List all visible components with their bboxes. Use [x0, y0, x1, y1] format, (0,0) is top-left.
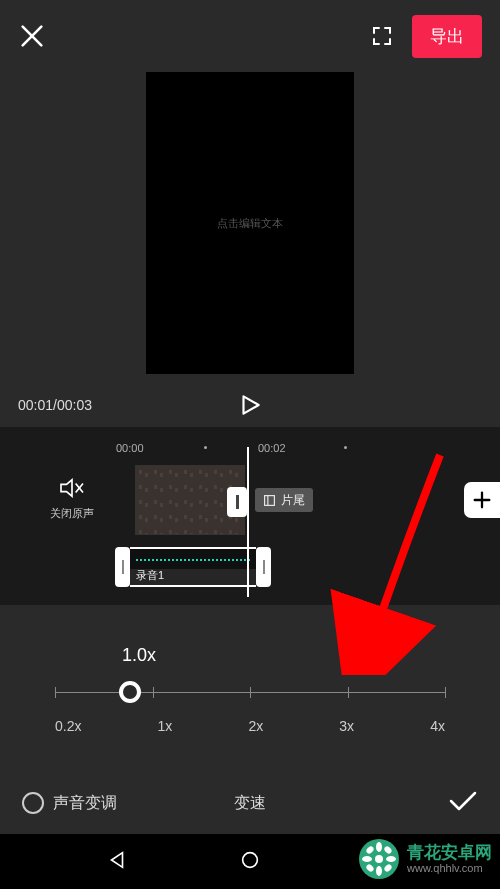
watermark-url: www.qhhlv.com [407, 862, 492, 874]
playback-controls: 00:01/00:03 [0, 382, 500, 427]
clip-right-handle[interactable] [256, 547, 271, 587]
svg-point-17 [362, 856, 372, 862]
slider-thumb[interactable] [119, 681, 141, 703]
slider-tick-labels: 0.2x 1x 2x 3x 4x [55, 718, 445, 734]
edit-text-hint: 点击编辑文本 [217, 216, 283, 231]
svg-point-11 [243, 852, 258, 867]
mute-original-audio-button[interactable]: 关闭原声 [50, 477, 94, 521]
mute-label: 关闭原声 [50, 506, 94, 521]
preview-area: 点击编辑文本 [0, 72, 500, 382]
audio-clip-label: 录音1 [136, 568, 164, 583]
watermark-logo-icon [357, 837, 401, 881]
radio-icon [22, 792, 44, 814]
svg-point-16 [376, 866, 382, 876]
bottom-action-bar: 声音变调 变速 [0, 776, 500, 834]
close-icon[interactable] [18, 22, 46, 50]
speed-slider-panel: 1.0x 0.2x 1x 2x 3x 4x [0, 605, 500, 752]
watermark-title: 青花安卓网 [407, 844, 492, 863]
svg-point-18 [386, 856, 396, 862]
svg-rect-6 [265, 495, 275, 505]
svg-marker-2 [244, 396, 259, 413]
video-track[interactable]: 片尾 [135, 465, 313, 535]
video-preview[interactable]: 点击编辑文本 [146, 72, 354, 374]
svg-marker-10 [111, 852, 122, 867]
add-clip-button[interactable] [464, 482, 500, 518]
svg-point-15 [376, 842, 382, 852]
fullscreen-icon[interactable] [370, 24, 394, 48]
ending-clip-chip[interactable]: 片尾 [255, 488, 313, 512]
export-button[interactable]: 导出 [412, 15, 482, 58]
clip-left-handle[interactable] [115, 547, 130, 587]
speed-slider[interactable] [55, 680, 445, 706]
svg-marker-3 [61, 480, 72, 497]
speed-current-value: 1.0x [122, 645, 445, 666]
nav-back-icon[interactable] [106, 849, 128, 875]
timeline[interactable]: 00:00 00:02 关闭原声 片尾 录音1 [0, 427, 500, 605]
time-ruler: 00:00 00:02 [0, 437, 500, 459]
panel-title: 变速 [234, 793, 266, 814]
pitch-toggle-label: 声音变调 [53, 793, 117, 814]
svg-point-14 [375, 855, 383, 863]
watermark: 青花安卓网 www.qhhlv.com [357, 837, 492, 881]
play-icon[interactable] [237, 392, 263, 418]
nav-home-icon[interactable] [239, 849, 261, 875]
playhead[interactable] [247, 447, 249, 597]
waveform [136, 559, 250, 561]
audio-clip-body[interactable]: 录音1 [130, 547, 256, 587]
confirm-button[interactable] [448, 790, 478, 816]
top-toolbar: 导出 [0, 0, 500, 72]
clip-trim-handle[interactable] [227, 487, 247, 517]
timecode: 00:01/00:03 [18, 397, 92, 413]
pitch-toggle[interactable]: 声音变调 [22, 792, 117, 814]
